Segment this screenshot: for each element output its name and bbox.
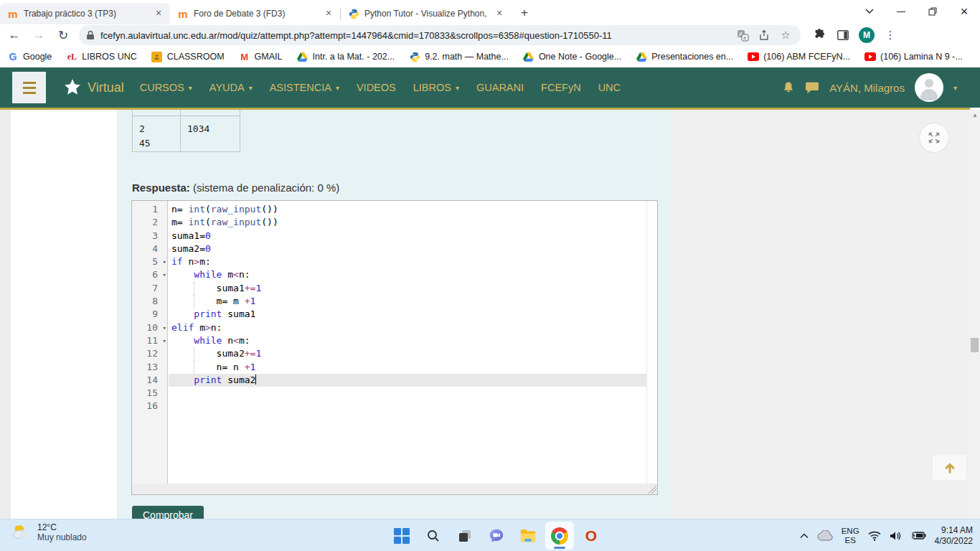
taskbar-app-chat[interactable] [482, 522, 511, 550]
code-line[interactable] [169, 387, 646, 400]
close-window-button[interactable]: × [948, 0, 980, 23]
user-name[interactable]: AYÁN, Milagros [829, 82, 905, 94]
translate-icon[interactable]: Aa [735, 27, 750, 43]
moodle-icon: m [178, 8, 187, 20]
share-icon[interactable] [756, 27, 772, 43]
gmail-icon: M [240, 52, 248, 62]
nav-item-cursos[interactable]: CURSOS▾ [140, 82, 192, 93]
bookmark-item[interactable]: One Note - Google... [523, 51, 621, 62]
scrollbar-up-icon[interactable]: ▲ [972, 112, 978, 118]
tabs: mTrabajo práctico 3 (TP3)×mForo de Debat… [0, 0, 511, 24]
forward-icon[interactable]: → [29, 25, 49, 45]
code-line[interactable]: suma1+=1 [169, 282, 646, 295]
code-editor[interactable]: 12345▾6▾78910▾11▾1213141516 n= int(raw_i… [131, 200, 658, 495]
fold-arrow-icon[interactable]: ▾ [163, 268, 166, 281]
notifications-bell-icon[interactable] [782, 80, 795, 95]
hamburger-menu-icon[interactable] [12, 72, 46, 103]
bookmark-item[interactable]: Presentaciones en... [636, 51, 733, 62]
editor-resize-handle[interactable] [648, 485, 656, 494]
lock-icon [86, 30, 95, 40]
bookmark-item[interactable]: CLASSROOM [151, 51, 225, 62]
nav-item-unc[interactable]: UNC [598, 82, 621, 93]
moodle-header: Virtual CURSOS▾AYUDA▾ASISTENCIA▾VIDEOSLI… [0, 67, 980, 108]
page-scrollbar[interactable]: ▲ [970, 110, 980, 519]
weather-widget[interactable]: 12°C Muy nublado [10, 522, 87, 542]
fold-arrow-icon[interactable]: ▾ [163, 255, 166, 268]
bookmark-item[interactable]: 9.2. math — Mathe... [409, 51, 509, 62]
user-menu-caret-icon[interactable]: ▾ [953, 84, 957, 92]
nav-item-videos[interactable]: VIDEOS [357, 82, 396, 93]
nav-item-ayuda[interactable]: AYUDA▾ [209, 82, 253, 93]
el-icon: eL [67, 52, 77, 62]
taskbar-app-taskview[interactable] [451, 522, 479, 550]
onedrive-cloud-icon[interactable] [817, 530, 833, 541]
code-lines[interactable]: n= int(raw_input())m= int(raw_input())su… [169, 201, 646, 484]
language-indicator[interactable]: ENGES [842, 527, 859, 545]
tab-close-icon[interactable]: × [494, 8, 505, 19]
bookmark-item[interactable]: MGMAIL [239, 51, 283, 62]
scrollbar-thumb[interactable] [971, 338, 979, 352]
wifi-icon[interactable] [868, 531, 881, 541]
code-line[interactable]: while m<n: [169, 268, 646, 281]
code-line[interactable]: suma2=0 [169, 242, 646, 255]
bookmark-item[interactable]: (106) Lamina N 9 -... [864, 51, 963, 62]
tray-chevron-icon[interactable] [800, 533, 809, 539]
minimize-button[interactable]: — [885, 0, 917, 23]
taskbar-app-search[interactable] [419, 522, 448, 550]
reload-icon[interactable]: ↻ [53, 25, 73, 45]
address-bar[interactable]: fcefyn.aulavirtual.unc.edu.ar/mod/quiz/a… [79, 25, 801, 45]
nav-item-asistencia[interactable]: ASISTENCIA▾ [270, 82, 339, 93]
comprobar-button[interactable]: Comprobar [132, 506, 204, 519]
code-line[interactable]: elif m>n: [169, 321, 646, 334]
code-line[interactable]: n= int(raw_input()) [169, 203, 646, 216]
back-to-top-button[interactable] [932, 454, 967, 481]
nav-item-libros[interactable]: LIBROS▾ [413, 82, 459, 93]
taskbar-app-explorer[interactable] [514, 522, 542, 550]
browser-tab[interactable]: Python Tutor - Visualize Python,× [341, 3, 511, 24]
taskbar-app-chrome[interactable] [545, 522, 574, 550]
code-line[interactable]: n= n +1 [169, 361, 646, 374]
code-line[interactable]: suma1=0 [169, 230, 646, 242]
taskbar-app-start[interactable] [387, 522, 416, 550]
browser-tab[interactable]: mTrabajo práctico 3 (TP3)× [0, 3, 170, 24]
extensions-puzzle-icon[interactable] [810, 26, 829, 44]
code-line[interactable]: if n>m: [169, 255, 646, 268]
fold-arrow-icon[interactable]: ▾ [163, 321, 166, 334]
new-tab-button[interactable]: + [515, 4, 534, 22]
fullscreen-toggle-button[interactable] [920, 123, 948, 152]
code-line[interactable]: m= int(raw_input()) [169, 216, 646, 229]
bookmark-item[interactable]: eLLIBROS UNC [66, 51, 136, 62]
browser-tab[interactable]: mForo de Debate 3 (FD3)× [170, 3, 340, 24]
side-panel-icon[interactable] [834, 26, 852, 44]
taskbar-app-office[interactable]: O [577, 522, 606, 550]
chrome-menu-icon[interactable]: ⋮ [881, 26, 900, 44]
clock[interactable]: 9:14 AM 4/30/2022 [935, 525, 973, 547]
site-brand[interactable]: Virtual [63, 78, 124, 97]
nav-item-guarani[interactable]: GUARANI [476, 82, 524, 93]
editor-scroll-area[interactable]: 12345▾6▾78910▾11▾1213141516 n= int(raw_i… [132, 201, 646, 484]
bookmark-item[interactable]: GGoogle [7, 51, 52, 62]
battery-icon[interactable] [910, 531, 926, 540]
code-line[interactable]: suma2+=1 [169, 347, 646, 360]
volume-icon[interactable] [890, 531, 902, 541]
user-avatar[interactable] [915, 73, 943, 102]
code-line[interactable]: while n<m: [169, 334, 646, 347]
line-number: 16 [132, 400, 167, 413]
nav-item-fcefyn[interactable]: FCEFyN [541, 82, 581, 93]
back-icon[interactable]: ← [4, 25, 24, 45]
code-line[interactable]: m= m +1 [169, 295, 646, 308]
fold-arrow-icon[interactable]: ▾ [163, 334, 166, 347]
tab-close-icon[interactable]: × [323, 8, 334, 19]
editor-vscrollbar[interactable] [646, 201, 657, 484]
bookmark-star-icon[interactable]: ☆ [778, 27, 793, 43]
code-line[interactable]: print suma1 [169, 308, 646, 321]
tab-search-icon[interactable] [854, 0, 885, 23]
code-line[interactable] [169, 400, 646, 413]
messages-icon[interactable] [805, 81, 819, 94]
restore-button[interactable] [917, 0, 948, 23]
code-line[interactable]: print suma2 [169, 374, 646, 387]
tab-close-icon[interactable]: × [153, 8, 164, 19]
profile-avatar[interactable]: M [857, 26, 876, 44]
bookmark-item[interactable]: (106) ABM FCEFyN... [748, 51, 850, 62]
bookmark-item[interactable]: Intr. a la Mat. - 202... [297, 51, 395, 62]
